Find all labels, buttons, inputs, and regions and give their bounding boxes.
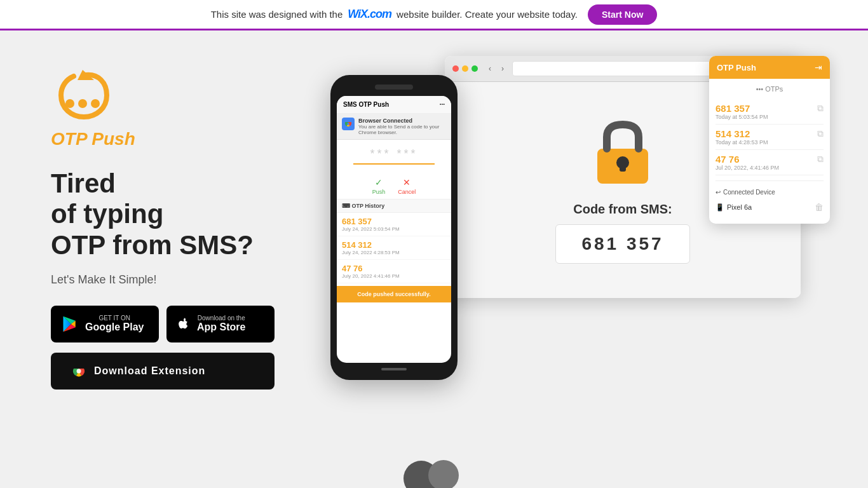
minimize-dot[interactable]	[462, 65, 468, 72]
app-store-top-text: Download on the	[197, 315, 245, 322]
browser-navigation: ‹ ›	[485, 63, 507, 74]
wix-logo: WiX.com	[348, 8, 391, 21]
phone-otp-code-2: 514 312	[342, 240, 446, 250]
ext-otp-code-1: 681 357	[715, 103, 768, 114]
ext-copy-icon-1[interactable]: ⧉	[817, 103, 824, 114]
extension-panel: OTP Push ⇥ ••• OTPs 681 357 Today at 5:0…	[709, 56, 830, 224]
otp-stars: *** ***	[343, 147, 445, 161]
extension-download-button[interactable]: Download Extension	[51, 353, 275, 390]
phone-cancel-button[interactable]: ✕ Cancel	[398, 177, 416, 195]
browser-back-button[interactable]: ‹	[485, 63, 494, 74]
phone-otp-date-1: July 24, 2022 5:03:54 PM	[342, 226, 446, 232]
svg-point-11	[347, 123, 349, 125]
start-now-button[interactable]: Start Now	[588, 4, 657, 25]
banner-text-before: This site was designed with the	[211, 9, 343, 20]
notification-title: Browser Connected	[358, 118, 446, 124]
ext-otp-time-2: Today at 4:28:53 PM	[715, 139, 768, 146]
google-play-button[interactable]: GET IT ON Google Play	[51, 306, 159, 342]
phone-mockup: SMS OTP Push ···	[330, 75, 458, 380]
phone-otp-date-2: July 24, 2022 4:28:53 PM	[342, 250, 446, 255]
extension-body: ••• OTPs 681 357 Today at 5:03:54 PM ⧉ 5…	[709, 79, 830, 224]
chrome-icon	[71, 363, 86, 379]
ext-connected-section: ↩ Connected Device 📱 Pixel 6a 🗑	[715, 186, 824, 217]
google-play-icon	[61, 315, 79, 333]
notification-body: You are able to Send a code to your Chro…	[358, 124, 446, 135]
otp-input-area: *** ***	[337, 140, 451, 173]
extension-header: OTP Push ⇥	[709, 56, 830, 79]
ext-device-row: 📱 Pixel 6a 🗑	[715, 200, 824, 215]
sms-code-label: Code from SMS:	[573, 202, 672, 217]
otp-underline	[353, 163, 435, 165]
extension-logout-icon[interactable]: ⇥	[815, 62, 822, 72]
bottom-section	[0, 450, 868, 488]
google-play-bottom-text: Google Play	[85, 322, 144, 333]
ext-copy-icon-3[interactable]: ⧉	[817, 154, 824, 165]
phone-otp-item-1: 681 357 July 24, 2022 5:03:54 PM	[337, 213, 451, 236]
phone-notification: Browser Connected You are able to Send a…	[337, 114, 451, 140]
app-store-bottom-text: App Store	[197, 322, 245, 333]
phone-otp-item-3: 47 76 July 20, 2022 4:41:46 PM	[337, 260, 451, 283]
app-store-button[interactable]: Download on the App Store	[166, 306, 275, 342]
ext-copy-icon-2[interactable]: ⧉	[817, 128, 824, 139]
phone-otp-code-1: 681 357	[342, 217, 446, 226]
phone-otp-date-3: July 20, 2022 4:41:46 PM	[342, 273, 446, 279]
google-play-top-text: GET IT ON	[85, 315, 144, 322]
phone-app-title: SMS OTP Push	[343, 101, 389, 108]
ext-device-name: 📱 Pixel 6a	[715, 203, 752, 212]
svg-rect-14	[620, 163, 626, 172]
svg-point-9	[77, 369, 81, 373]
top-banner: This site was designed with the WiX.com …	[0, 0, 868, 30]
phone-app-header: SMS OTP Push ···	[337, 96, 451, 114]
extension-button-label: Download Extension	[94, 365, 205, 377]
phone-screen: SMS OTP Push ···	[337, 96, 451, 363]
hero-headline: Tired of typing OTP from SMS?	[51, 168, 318, 261]
ext-divider	[715, 180, 824, 181]
phone-otp-code-3: 47 76	[342, 264, 446, 273]
ext-delete-device-icon[interactable]: 🗑	[815, 202, 824, 212]
close-dot[interactable]	[452, 65, 459, 72]
store-buttons: GET IT ON Google Play Download on the Ap…	[51, 306, 318, 342]
phone-otp-item-2: 514 312 July 24, 2022 4:28:53 PM	[337, 236, 451, 260]
svg-point-3	[91, 99, 100, 108]
banner-text-after: website builder. Create your website tod…	[397, 9, 578, 20]
extension-header-title: OTP Push	[717, 63, 756, 72]
ext-otp-item-1: 681 357 Today at 5:03:54 PM ⧉	[715, 99, 824, 125]
ext-otp-time-1: Today at 5:03:54 PM	[715, 114, 768, 120]
phone-push-button[interactable]: ✓ Push	[372, 177, 386, 195]
apple-icon	[177, 317, 191, 331]
svg-point-2	[78, 99, 87, 108]
lock-icon	[588, 117, 658, 187]
extension-otps-label: ••• OTPs	[715, 85, 824, 93]
sms-code-value: 681 357	[555, 224, 689, 264]
maximize-dot[interactable]	[471, 65, 478, 72]
ext-otp-item-3: 47 76 Jul 20, 2022, 4:41:46 PM ⧉	[715, 150, 824, 175]
ext-otp-code-2: 514 312	[715, 128, 768, 139]
lock-icon-container	[588, 117, 658, 189]
ext-connected-label: ↩ Connected Device	[715, 189, 824, 196]
svg-point-16	[428, 460, 459, 488]
phone-notch	[375, 85, 413, 90]
bottom-decoration	[386, 456, 482, 488]
hero-left: OTP Push Tired of typing OTP from SMS? L…	[51, 56, 318, 390]
hero-section: OTP Push Tired of typing OTP from SMS? L…	[0, 30, 868, 450]
logo-text: OTP Push	[51, 129, 135, 149]
chrome-notif-icon	[342, 118, 355, 130]
ext-otp-code-3: 47 76	[715, 154, 779, 165]
hero-subtext: Let's Make It Simple!	[51, 273, 318, 287]
browser-window-controls	[452, 65, 478, 72]
hero-right: SMS OTP Push ···	[330, 56, 830, 405]
phone-menu-icon: ···	[440, 101, 445, 108]
phone-success-message: Code pushed successfully.	[337, 286, 451, 302]
otp-push-logo-icon	[51, 69, 114, 126]
svg-point-1	[65, 99, 74, 108]
logo-container: OTP Push	[51, 69, 318, 149]
otp-history-header: ⌨ OTP History	[337, 199, 451, 213]
phone-home-indicator	[381, 368, 407, 370]
ext-otp-time-3: Jul 20, 2022, 4:41:46 PM	[715, 165, 779, 171]
notification-text-container: Browser Connected You are able to Send a…	[358, 118, 446, 135]
ext-otp-item-2: 514 312 Today at 4:28:53 PM ⧉	[715, 125, 824, 150]
browser-forward-button[interactable]: ›	[498, 63, 507, 74]
push-cancel-buttons: ✓ Push ✕ Cancel	[337, 173, 451, 199]
